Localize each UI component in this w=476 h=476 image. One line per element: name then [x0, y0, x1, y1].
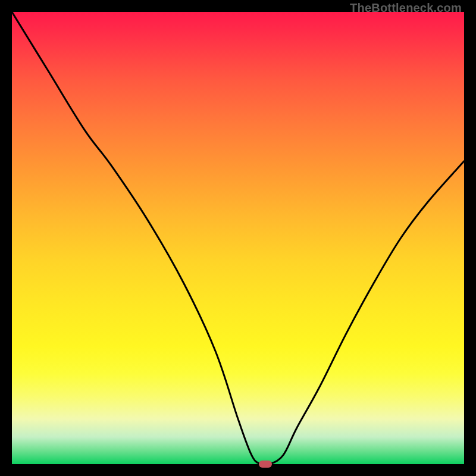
- minimum-marker: [259, 461, 272, 468]
- bottleneck-curve: [12, 12, 464, 464]
- chart-container: TheBottleneck.com: [0, 0, 476, 476]
- plot-area: [12, 12, 464, 464]
